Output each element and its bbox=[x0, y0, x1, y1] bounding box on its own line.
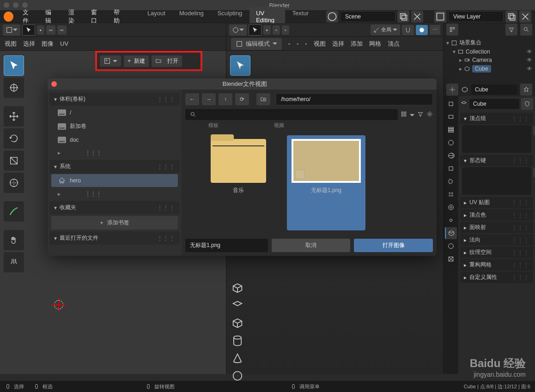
uv-menu-select[interactable]: 选择 bbox=[23, 40, 35, 48]
blender-logo-icon[interactable] bbox=[4, 12, 13, 22]
cancel-button[interactable]: 取消 bbox=[272, 239, 351, 252]
ptab-constraints[interactable] bbox=[445, 214, 457, 226]
ptab-output[interactable] bbox=[445, 111, 457, 123]
cursor-tool[interactable] bbox=[4, 78, 24, 98]
proportional-edit-icon[interactable] bbox=[416, 25, 428, 35]
new-image-button[interactable]: + 新建 bbox=[124, 55, 149, 67]
system-header[interactable]: ▾系统⋮⋮⋮ bbox=[49, 160, 180, 173]
tree-scene-collection[interactable]: ▾场景集合 bbox=[446, 38, 532, 48]
object-name-field[interactable]: Cube bbox=[471, 84, 517, 95]
section-remesh[interactable]: ▸重构网格⋮⋮⋮ bbox=[460, 259, 533, 271]
props-type-icon[interactable] bbox=[446, 84, 458, 96]
ptab-particles[interactable] bbox=[445, 188, 457, 200]
settings-icon[interactable] bbox=[426, 111, 433, 119]
vp-menu-view[interactable]: 视图 bbox=[314, 40, 326, 48]
ptab-data[interactable] bbox=[445, 227, 457, 239]
add-bookmark-button[interactable]: +添加书签 bbox=[51, 216, 178, 229]
snap-icon[interactable] bbox=[402, 25, 414, 35]
add-vertex-group-icon[interactable]: + bbox=[533, 126, 535, 135]
path-input[interactable]: /home/hero/ bbox=[276, 93, 433, 105]
dialog-close-icon[interactable] bbox=[51, 81, 57, 87]
scene-icon[interactable] bbox=[326, 11, 338, 23]
move-tool[interactable] bbox=[4, 106, 24, 127]
sphere-solid-icon[interactable] bbox=[231, 369, 244, 382]
ptab-modifiers[interactable] bbox=[445, 175, 457, 187]
section-custom-props[interactable]: ▸自定义属性⋮⋮⋮ bbox=[460, 271, 533, 283]
volume-root[interactable]: / bbox=[51, 107, 178, 119]
select-mode-3-icon[interactable]: ▫▫ bbox=[57, 25, 67, 35]
nav-forward-icon[interactable]: → bbox=[202, 93, 216, 105]
cursor-tool-3d-icon[interactable] bbox=[249, 24, 261, 36]
search-icon[interactable] bbox=[520, 24, 532, 36]
scene-copy-icon[interactable] bbox=[397, 11, 409, 23]
section-normals[interactable]: ▸法向⋮⋮⋮ bbox=[460, 234, 533, 246]
viewlayer-icon[interactable] bbox=[434, 11, 446, 23]
scene-delete-icon[interactable] bbox=[411, 11, 423, 23]
cube-wire-icon[interactable] bbox=[231, 317, 244, 330]
scene-name-field[interactable]: Scene bbox=[340, 11, 395, 22]
ptab-scene[interactable] bbox=[445, 137, 457, 149]
volume-2[interactable]: doc bbox=[51, 134, 178, 146]
file-search-input[interactable] bbox=[185, 109, 398, 120]
new-folder-icon[interactable] bbox=[256, 93, 270, 105]
ptab-world[interactable] bbox=[445, 150, 457, 162]
vp-menu-add[interactable]: 添加 bbox=[351, 40, 363, 48]
mode-dropdown[interactable]: 编辑模式 bbox=[231, 38, 282, 50]
editor-type-dropdown-3d[interactable] bbox=[229, 24, 247, 36]
filter-icon[interactable] bbox=[505, 24, 517, 36]
sel-mode-edge-icon[interactable]: ▫ bbox=[273, 25, 280, 35]
uv-menu-view[interactable]: 视图 bbox=[5, 40, 17, 48]
vertex-groups-list[interactable]: + bbox=[462, 125, 531, 153]
editor-type-dropdown[interactable] bbox=[3, 24, 20, 36]
image-dropdown[interactable] bbox=[100, 55, 121, 66]
mesh-mode-2-icon[interactable]: ▫ bbox=[297, 41, 298, 47]
viewlayer-name-field[interactable]: View Layer bbox=[448, 11, 504, 22]
transform-tool[interactable] bbox=[4, 173, 24, 193]
section-uv-maps[interactable]: ▸UV 贴图⋮⋮⋮ bbox=[460, 197, 533, 208]
ptab-physics[interactable] bbox=[445, 201, 457, 213]
open-image-button-dialog[interactable]: 打开图像 bbox=[354, 239, 433, 252]
pin-icon[interactable] bbox=[520, 84, 532, 96]
visibility-icon[interactable]: 👁 bbox=[527, 48, 532, 55]
select-box-tool[interactable] bbox=[4, 55, 24, 76]
plane-mesh-icon[interactable] bbox=[231, 299, 244, 312]
cone-icon[interactable] bbox=[231, 352, 244, 365]
tree-cube[interactable]: ▸Cube👁 bbox=[446, 64, 532, 73]
shape-keys-list[interactable]: + bbox=[462, 167, 531, 195]
volume-more[interactable]: ▸ ⋮⋮⋮ bbox=[51, 147, 178, 159]
uv-menu-image[interactable]: 图像 bbox=[42, 40, 54, 48]
cursor-tool-icon[interactable] bbox=[22, 24, 35, 36]
select-box-tool-3d[interactable] bbox=[230, 55, 250, 76]
vp-menu-mesh[interactable]: 网格 bbox=[369, 40, 381, 48]
shield-icon[interactable] bbox=[521, 98, 533, 110]
nav-back-icon[interactable]: ← bbox=[185, 93, 199, 105]
section-texture-space[interactable]: ▸纹理空间⋮⋮⋮ bbox=[460, 247, 533, 258]
ptab-material[interactable] bbox=[445, 240, 457, 252]
nav-up-icon[interactable]: ↑ bbox=[219, 93, 232, 105]
section-vertex-colors[interactable]: ▸顶点色⋮⋮⋮ bbox=[460, 209, 533, 221]
scale-tool[interactable] bbox=[4, 151, 24, 171]
sel-mode-face-icon[interactable]: ▫ bbox=[282, 25, 289, 35]
file-image-untitled[interactable]: 无标题1.png bbox=[287, 135, 365, 230]
visibility-icon[interactable]: 👁 bbox=[527, 57, 532, 63]
options-icon[interactable]: ⋯ bbox=[430, 25, 440, 35]
sort-icon[interactable] bbox=[410, 111, 414, 118]
open-image-button[interactable]: 打开 bbox=[152, 55, 182, 67]
system-home[interactable]: hero bbox=[51, 174, 178, 187]
view-mode-icon[interactable] bbox=[401, 111, 407, 119]
visibility-icon[interactable]: 👁 bbox=[527, 66, 532, 72]
recent-header[interactable]: ▾最近打开的文件⋮⋮⋮ bbox=[49, 231, 180, 245]
mesh-mode-3-icon[interactable]: ▫ bbox=[305, 41, 307, 47]
annotate-tool[interactable] bbox=[4, 201, 24, 222]
vp-menu-vertex[interactable]: 顶点 bbox=[388, 40, 400, 48]
ptab-object[interactable] bbox=[445, 163, 457, 175]
mesh-mode-1-icon[interactable]: ▫ bbox=[288, 41, 290, 47]
mesh-name-field[interactable]: Cube bbox=[469, 99, 519, 109]
tree-collection[interactable]: ▾Collection👁 bbox=[446, 48, 532, 56]
filename-input[interactable]: 无标题1.png bbox=[185, 239, 268, 252]
system-more[interactable]: ▸ ⋮⋮⋮ bbox=[51, 188, 178, 200]
ptab-texture[interactable] bbox=[445, 253, 457, 265]
viewlayer-delete-icon[interactable] bbox=[519, 11, 531, 23]
select-mode-icon[interactable]: ▪ bbox=[37, 25, 44, 35]
sel-mode-vert-icon[interactable]: ▪ bbox=[263, 25, 271, 35]
